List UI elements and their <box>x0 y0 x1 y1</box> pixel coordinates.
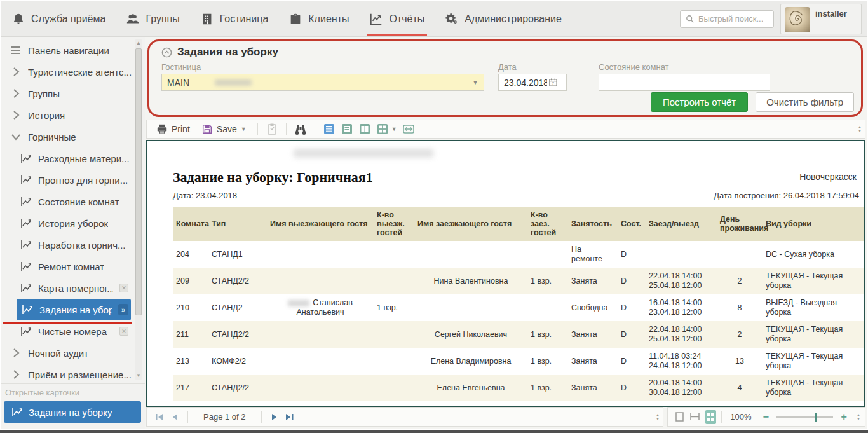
sidebar-item-Состояние комнат[interactable]: Состояние комнат <box>1 191 133 212</box>
view-continuous-icon[interactable] <box>323 123 336 135</box>
zoom-controls: 100% − + ▲▼ <box>667 407 865 427</box>
cleaning-tasks-table: КомнатаТипИмя выезжающего гостяК-во выез… <box>173 207 865 407</box>
card-close-icon[interactable]: ✕ <box>119 284 128 292</box>
scrollbar-thumb[interactable] <box>135 48 142 315</box>
sidebar-item-Приём и размещение[interactable]: Приём и размещение... <box>1 364 133 381</box>
view-single-page-icon[interactable] <box>341 123 353 135</box>
table-cell: 22.04.18 14:00 25.04.18 12:00 <box>646 321 717 348</box>
zoom-out-icon[interactable]: − <box>761 411 771 423</box>
open-cards-section: Открытые карточки Задания на уборку <box>1 383 145 429</box>
first-page-icon[interactable] <box>152 411 167 423</box>
table-cell: 210 <box>173 294 208 321</box>
table-cell: КОМФ2/2 <box>208 348 267 375</box>
table-cell: Сергей Николаевич <box>414 321 527 348</box>
zoom-scroll-spinner[interactable]: ▲▼ <box>856 413 861 421</box>
next-page-icon[interactable] <box>267 411 282 423</box>
open-cards-label: Открытые карточки <box>1 384 145 400</box>
zoom-slider[interactable] <box>776 416 834 418</box>
clear-filter-button[interactable]: Очистить фильтр <box>756 92 854 112</box>
sidebar-item-Наработка горнич[interactable]: Наработка горнич... <box>1 234 133 256</box>
calendar-icon[interactable]: 7 <box>548 78 558 87</box>
report-icon <box>20 261 32 272</box>
app-window: Служба приёмаГруппыГостиницаКлиентыОтчёт… <box>0 0 868 433</box>
sidebar-item-Панель навигации[interactable]: Панель навигации <box>1 39 133 61</box>
table-cell: 204 <box>173 241 208 268</box>
date-input[interactable] <box>499 78 547 88</box>
open-card-button[interactable]: Задания на уборку <box>4 401 141 423</box>
table-cell: 13 <box>717 348 763 375</box>
sidebar-item-label: История <box>28 110 65 121</box>
sidebar-scrollbar[interactable]: ▲ ▼ <box>135 39 142 380</box>
print-button[interactable]: Print <box>153 123 193 135</box>
nav-tab-Группы[interactable]: Группы <box>116 1 189 36</box>
zoom-level: 100% <box>726 412 755 422</box>
table-cell <box>374 321 414 348</box>
sidebar-item-Туристические агентс[interactable]: Туристические агентс... <box>1 61 133 83</box>
chevron-down-icon: ▼ <box>472 79 478 86</box>
sidebar-item-История уборок[interactable]: История уборок <box>1 212 133 234</box>
pager-scroll-spinner[interactable]: ▲▼ <box>654 413 661 421</box>
pager-separator <box>261 411 262 423</box>
table-cell: DC - Сухая уборка <box>763 241 865 268</box>
hotel-select[interactable]: MAIN ▼ <box>161 74 484 91</box>
chart-icon <box>369 12 383 26</box>
table-cell: ТЕКУЩАЯ - Текущая уборка <box>763 268 865 294</box>
sidebar-item-label: Наработка горнич... <box>38 240 126 251</box>
table-cell: СТАНД2/2 <box>208 321 267 348</box>
zoom-slider-handle[interactable] <box>815 413 817 422</box>
table-cell: 7 <box>717 401 763 407</box>
sidebar-item-Чистые номера[interactable]: Чистые номера✕ <box>1 320 133 342</box>
room-state-input[interactable] <box>599 74 770 91</box>
briefcase-icon <box>288 12 302 26</box>
report-icon <box>22 304 33 315</box>
sidebar-item-label: Расходные матери... <box>38 153 130 164</box>
expand-arrow-icon[interactable]: » <box>118 304 128 315</box>
user-box[interactable]: installer <box>780 4 862 34</box>
nav-tab-Отчёты[interactable]: Отчёты <box>359 1 435 36</box>
nav-tab-Клиенты[interactable]: Клиенты <box>278 1 359 36</box>
nav-tab-Гостиница[interactable]: Гостиница <box>190 1 279 36</box>
quick-search-box[interactable] <box>680 10 774 28</box>
zoom-in-icon[interactable]: + <box>838 411 849 423</box>
sidebar-item-История[interactable]: История <box>1 104 133 126</box>
nav-tab-Администрирование[interactable]: Администрирование <box>435 1 572 36</box>
view-multi-page-icon[interactable] <box>376 123 389 135</box>
last-page-icon[interactable] <box>282 411 297 423</box>
sidebar-item-Группы[interactable]: Группы <box>1 83 133 104</box>
report-icon <box>20 153 32 164</box>
save-button[interactable]: Save ▼ <box>198 123 250 135</box>
date-label: Дата <box>498 60 567 74</box>
table-cell: Занята <box>568 268 618 294</box>
collapse-icon[interactable] <box>161 47 172 58</box>
clipboard-icon[interactable] <box>266 123 278 135</box>
toolbar-scroll-spinner[interactable]: ▲▼ <box>856 125 864 133</box>
scroll-up-icon[interactable]: ▲ <box>135 39 142 47</box>
find-binoculars-icon[interactable] <box>294 123 307 135</box>
date-field[interactable]: 7 <box>498 74 567 91</box>
table-row: 221СТАНД1Даниил Михайлович1 взр.Свободна… <box>173 401 865 407</box>
view-two-pages-icon[interactable] <box>358 123 371 135</box>
toolbar-separator <box>286 123 287 135</box>
sidebar-item-Расходные матери[interactable]: Расходные матери... <box>1 148 133 169</box>
fit-page-width-icon[interactable] <box>690 410 701 424</box>
room-state-label: Состояние комнат <box>599 60 770 74</box>
scroll-down-icon[interactable]: ▼ <box>135 372 142 380</box>
table-cell: Занята <box>568 348 618 375</box>
one-page-view-icon[interactable] <box>674 410 685 424</box>
sidebar-item-Ремонт комнат[interactable]: Ремонт комнат <box>1 256 133 277</box>
multi-page-view-icon[interactable] <box>705 410 716 424</box>
sidebar-item-Ночной аудит[interactable]: Ночной аудит <box>1 342 133 364</box>
card-close-icon[interactable]: ✕ <box>119 327 128 336</box>
sidebar-item-Горничные[interactable]: Горничные <box>1 126 133 148</box>
search-input[interactable] <box>698 14 768 24</box>
sidebar-item-Карта номерног[interactable]: Карта номерног...✕ <box>1 277 133 299</box>
build-report-button[interactable]: Построить отчёт <box>651 92 748 112</box>
table-cell: 1 взр. <box>527 348 568 375</box>
fit-width-icon[interactable] <box>402 123 415 135</box>
column-header: К-во заез. гостей <box>527 207 568 241</box>
previous-page-icon[interactable] <box>167 411 182 423</box>
sidebar-item-Задания на убор[interactable]: Задания на убор...» <box>17 299 131 320</box>
nav-tab-Служба приёма[interactable]: Служба приёма <box>1 1 116 36</box>
chevron-down-icon: ▼ <box>391 126 397 132</box>
sidebar-item-Прогноз для горни[interactable]: Прогноз для горни... <box>1 169 133 191</box>
